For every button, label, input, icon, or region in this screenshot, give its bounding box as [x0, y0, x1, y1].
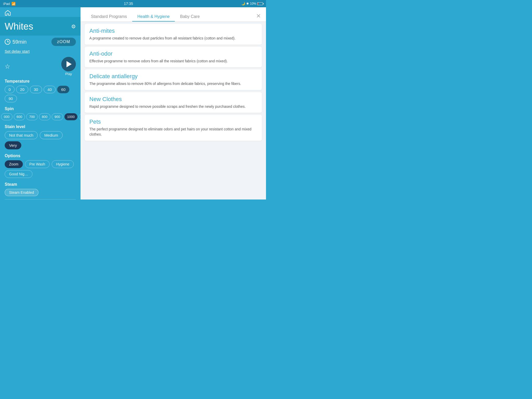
play-label: Play [65, 72, 72, 76]
program-title: Whites [5, 21, 33, 32]
status-left: iPad 📶 [3, 2, 16, 6]
temperature-label: Temperature [0, 77, 81, 85]
spin-600[interactable]: 600 [14, 113, 25, 120]
temp-20[interactable]: 20 [16, 86, 28, 93]
tab-bar: Standard Programs Health & Hygiene Baby … [81, 7, 266, 22]
program-new-clothes: New Clothes Rapid programme designed to … [85, 92, 262, 113]
program-name-anti-mites[interactable]: Anti-mites [89, 28, 257, 34]
program-anti-mites: Anti-mites A programme created to remove… [85, 24, 262, 45]
temp-40[interactable]: 40 [44, 86, 56, 93]
temp-0[interactable]: 0 [5, 86, 15, 93]
temp-30[interactable]: 30 [30, 86, 42, 93]
settings-icon[interactable]: ⚙ [71, 23, 76, 30]
bluetooth-icon: ✱ [246, 2, 249, 5]
program-desc-new-clothes: Rapid programme designed to remove possi… [89, 104, 257, 109]
stain-label: Stain level [0, 122, 81, 130]
stain-options: Not that much Medium Very [0, 130, 81, 151]
favorite-icon[interactable]: ☆ [5, 63, 10, 70]
play-button-group: Play [61, 57, 76, 76]
program-name-delicate[interactable]: Delicate antiallergy [89, 73, 257, 80]
clock-icon [5, 39, 10, 45]
battery-icon [257, 2, 263, 5]
program-header: Whites ⚙ [0, 17, 81, 36]
play-triangle-icon [66, 61, 72, 67]
zoom-button[interactable]: zOOM [51, 38, 76, 46]
program-anti-odor: Anti-odor Effective programme to remove … [85, 47, 262, 68]
timer-row: 59min zOOM [0, 36, 81, 48]
battery-percent: 10% [250, 2, 256, 5]
temp-60[interactable]: 60 [57, 86, 69, 93]
close-button[interactable]: ✕ [256, 13, 261, 22]
options-label: Options [0, 151, 81, 159]
carrier-label: iPad [3, 2, 10, 6]
delay-start-row: Set delay start [0, 48, 81, 55]
spin-900[interactable]: 900 [52, 113, 63, 120]
wifi-icon: 📶 [11, 2, 16, 6]
left-panel: Whites ⚙ 59min zOOM Set delay start ☆ Pl… [0, 7, 81, 200]
stain-not-much[interactable]: Not that much [5, 131, 38, 139]
program-name-anti-odor[interactable]: Anti-odor [89, 50, 257, 57]
tab-standard[interactable]: Standard Programs [86, 10, 132, 22]
spin-1000[interactable]: 1000 [64, 113, 78, 120]
delay-start-link[interactable]: Set delay start [5, 49, 30, 54]
tab-baby[interactable]: Baby Care [175, 10, 205, 22]
status-right: 🌙 ✱ 10% [241, 2, 263, 5]
timer-display: 59min [5, 39, 26, 45]
spin-1100[interactable]: 1100 [79, 113, 81, 120]
program-desc-anti-odor: Effective programme to remove odors from… [89, 59, 257, 64]
option-zoom[interactable]: Zoom [5, 160, 23, 168]
stain-medium[interactable]: Medium [40, 131, 62, 139]
play-button[interactable] [61, 57, 76, 71]
program-name-new-clothes[interactable]: New Clothes [89, 96, 257, 103]
steam-enabled-pill[interactable]: Steam Enabled [5, 189, 38, 196]
options-list: Zoom Pre Wash Hygiene Good Nig… [0, 159, 81, 180]
status-time: 17:35 [124, 2, 133, 6]
program-delicate: Delicate antiallergy The programme allow… [85, 69, 262, 90]
duration-label: 59min [12, 39, 26, 45]
program-pets: Pets The perfect programme designed to e… [85, 115, 262, 141]
option-prewash[interactable]: Pre Wash [25, 160, 50, 168]
home-button[interactable] [5, 10, 11, 17]
spin-label: Spin [0, 104, 81, 112]
temperature-options: 0 20 30 40 60 90 [0, 85, 81, 104]
program-name-pets[interactable]: Pets [89, 118, 257, 125]
spin-700[interactable]: 700 [26, 113, 38, 120]
main-layout: Whites ⚙ 59min zOOM Set delay start ☆ Pl… [0, 7, 266, 200]
programs-list: Anti-mites A programme created to remove… [81, 22, 266, 200]
divider [5, 199, 76, 200]
spin-800[interactable]: 800 [39, 113, 50, 120]
option-goodnight[interactable]: Good Nig… [5, 170, 32, 178]
spin-options: 000 600 700 800 900 1000 1100 1200 1300 … [0, 112, 81, 122]
moon-icon: 🌙 [241, 2, 245, 5]
steam-label: Steam [0, 180, 81, 188]
status-bar: iPad 📶 17:35 🌙 ✱ 10% [0, 0, 266, 7]
stain-very[interactable]: Very [5, 141, 21, 149]
temp-90[interactable]: 90 [5, 95, 17, 102]
play-row: ☆ Play [0, 55, 81, 77]
tab-health[interactable]: Health & Hygiene [132, 10, 175, 22]
spin-000[interactable]: 000 [1, 113, 12, 120]
program-desc-pets: The perfect programme designed to elimin… [89, 127, 257, 137]
option-hygiene[interactable]: Hygiene [52, 160, 74, 168]
program-desc-delicate: The programme allows to remove 80% of al… [89, 81, 257, 87]
right-panel: Standard Programs Health & Hygiene Baby … [81, 7, 266, 200]
program-desc-anti-mites: A programme created to remove dust parti… [89, 36, 257, 41]
